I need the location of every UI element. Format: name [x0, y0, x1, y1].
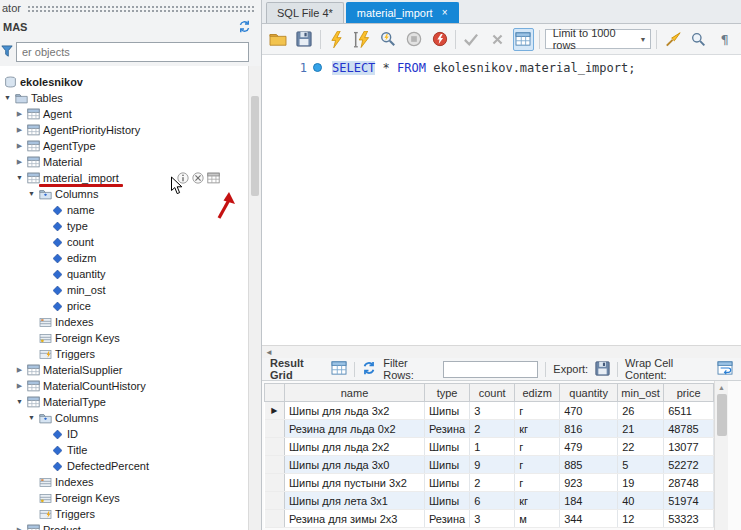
cell[interactable]: 5: [618, 456, 664, 474]
tree-item-id[interactable]: ID: [0, 426, 261, 442]
cell[interactable]: м: [515, 510, 560, 528]
panel-drag-handle[interactable]: [27, 5, 255, 14]
chevron-collapsed-icon[interactable]: ▶: [14, 378, 25, 394]
tab-material-import[interactable]: material_import×: [346, 2, 459, 23]
cell[interactable]: кг: [515, 492, 560, 510]
navigator-scrollbar[interactable]: [248, 66, 261, 530]
cell[interactable]: 22: [618, 438, 664, 456]
column-header-type[interactable]: type: [425, 384, 470, 402]
cell[interactable]: Шипы для лета 3x1: [285, 492, 425, 510]
tree-item-material-import[interactable]: ▼material_import: [0, 170, 261, 186]
cell[interactable]: 3: [470, 510, 515, 528]
cell[interactable]: 3: [470, 402, 515, 420]
cell[interactable]: кг: [515, 420, 560, 438]
cell[interactable]: 6511: [664, 402, 714, 420]
chevron-expanded-icon[interactable]: ▼: [26, 410, 37, 426]
chevron-collapsed-icon[interactable]: ▶: [14, 522, 25, 530]
sql-editor[interactable]: 1 SELECT * FROM ekolesnikov.material_imp…: [262, 55, 741, 345]
tree-item-quantity[interactable]: quantity: [0, 266, 261, 282]
result-grid-scrollbar[interactable]: ▲: [714, 381, 728, 530]
cell[interactable]: 9: [470, 456, 515, 474]
explain-button[interactable]: [377, 28, 398, 51]
refresh-grid-icon[interactable]: [362, 361, 376, 377]
row-selector[interactable]: [265, 420, 285, 438]
invisibles-button[interactable]: ¶: [714, 28, 735, 51]
cell[interactable]: Шипы: [425, 474, 470, 492]
row-selector[interactable]: [265, 492, 285, 510]
cell[interactable]: Шипы: [425, 402, 470, 420]
cell[interactable]: Шипы для льда 3x0: [285, 456, 425, 474]
tree-item-count[interactable]: count: [0, 234, 261, 250]
cell[interactable]: г: [515, 438, 560, 456]
cell[interactable]: 53323: [664, 510, 714, 528]
cell[interactable]: Резина для льда 0x2: [285, 420, 425, 438]
filter-objects-input[interactable]: [16, 42, 249, 62]
navigator-scrollbar-thumb[interactable]: [251, 96, 259, 196]
column-header-count[interactable]: count: [470, 384, 515, 402]
refresh-schemas-icon[interactable]: [238, 20, 251, 35]
result-grid-tab[interactable]: Result Grid: [270, 358, 324, 381]
cell[interactable]: 40: [618, 492, 664, 510]
chevron-collapsed-icon[interactable]: ▶: [14, 106, 25, 122]
column-header-min-ost[interactable]: min_ost: [618, 384, 664, 402]
filter-rows-input[interactable]: [443, 361, 538, 378]
cell[interactable]: 816: [560, 420, 618, 438]
cell[interactable]: Шипы: [425, 492, 470, 510]
row-selector[interactable]: [265, 510, 285, 528]
tree-item-foreign-keys[interactable]: Foreign Keys: [0, 490, 261, 506]
tree-item-indexes[interactable]: Indexes: [0, 314, 261, 330]
chevron-collapsed-icon[interactable]: ▶: [14, 122, 25, 138]
save-script-button[interactable]: [294, 28, 315, 51]
tree-item-material[interactable]: ▶Material: [0, 154, 261, 170]
limit-rows-dropdown[interactable]: Limit to 1000 rows▼: [545, 29, 652, 49]
tree-item-product[interactable]: ▶Product: [0, 522, 261, 530]
tree-item-materialsupplier[interactable]: ▶MaterialSupplier: [0, 362, 261, 378]
cell[interactable]: 470: [560, 402, 618, 420]
cell[interactable]: Шипы для пустыни 3x2: [285, 474, 425, 492]
chevron-expanded-icon[interactable]: ▼: [2, 90, 13, 106]
chevron-collapsed-icon[interactable]: ▶: [14, 362, 25, 378]
row-selector[interactable]: [265, 456, 285, 474]
cell[interactable]: г: [515, 474, 560, 492]
tree-item-type[interactable]: type: [0, 218, 261, 234]
cell[interactable]: Шипы для льда 3x2: [285, 402, 425, 420]
chevron-expanded-icon[interactable]: ▼: [14, 170, 25, 186]
find-button[interactable]: [688, 28, 709, 51]
cell[interactable]: Шипы для льда 2x2: [285, 438, 425, 456]
tree-item-triggers[interactable]: Triggers: [0, 346, 261, 362]
wrap-cell-icon[interactable]: [717, 361, 733, 377]
tree-item-triggers[interactable]: Triggers: [0, 506, 261, 522]
cell[interactable]: Резина: [425, 510, 470, 528]
grid-edit-icon[interactable]: [331, 361, 347, 377]
tree-item-ekolesnikov[interactable]: ekolesnikov: [0, 74, 261, 90]
tree-item-columns[interactable]: ▼Columns: [0, 186, 261, 202]
tree-item-materialcounthistory[interactable]: ▶MaterialCountHistory: [0, 378, 261, 394]
open-script-button[interactable]: [268, 28, 289, 51]
cell[interactable]: 923: [560, 474, 618, 492]
stop-on-error-button[interactable]: [429, 28, 450, 51]
cell[interactable]: 48785: [664, 420, 714, 438]
chevron-expanded-icon[interactable]: ▼: [26, 186, 37, 202]
tree-item-indexes[interactable]: Indexes: [0, 474, 261, 490]
tree-item-defectedpercent[interactable]: DefectedPercent: [0, 458, 261, 474]
tree-item-agenttype[interactable]: ▶AgentType: [0, 138, 261, 154]
chevron-collapsed-icon[interactable]: ▶: [14, 138, 25, 154]
select-rows-grid-icon[interactable]: [207, 172, 220, 184]
cell[interactable]: 344: [560, 510, 618, 528]
column-header-edizm[interactable]: edizm: [515, 384, 560, 402]
cell[interactable]: 19: [618, 474, 664, 492]
cell[interactable]: Шипы: [425, 438, 470, 456]
tree-item-columns[interactable]: ▼Columns: [0, 410, 261, 426]
cell[interactable]: г: [515, 456, 560, 474]
row-selector[interactable]: [265, 474, 285, 492]
cell[interactable]: 2: [470, 420, 515, 438]
close-tab-icon[interactable]: ×: [442, 8, 448, 18]
chevron-expanded-icon[interactable]: ▼: [14, 394, 25, 410]
tab-sql-file-4[interactable]: SQL File 4*: [266, 2, 344, 23]
beautify-button[interactable]: [662, 28, 683, 51]
cell[interactable]: 184: [560, 492, 618, 510]
execute-current-button[interactable]: [352, 28, 373, 51]
cell[interactable]: 21: [618, 420, 664, 438]
tree-item-agent[interactable]: ▶Agent: [0, 106, 261, 122]
result-grid-scrollbar-thumb[interactable]: [717, 394, 727, 436]
